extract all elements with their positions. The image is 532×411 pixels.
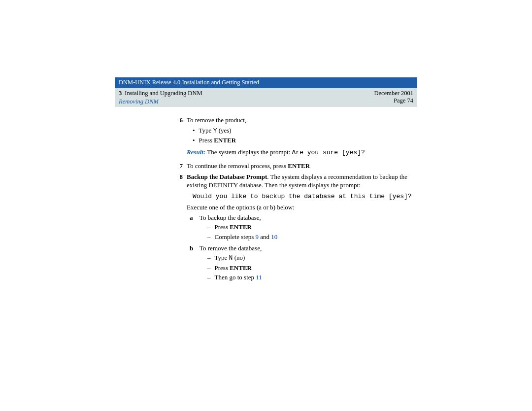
info-left: 3Installing and Upgrading DNM Removing D… [119,90,202,105]
bullet-item: Press ENTER [193,136,412,145]
code-block: Would you like to backup the database at… [193,192,412,201]
sub-label: b [190,244,197,283]
step-link-10[interactable]: 10 [271,233,277,240]
step-6: 6 To remove the product, Type Y (yes) Pr… [174,116,412,160]
chapter-number: 3 [119,90,122,97]
bullet-item: Type Y (yes) [193,126,412,136]
chapter-row: 3Installing and Upgrading DNM [119,90,202,97]
document-title-bar: DNM-UNIX Release 4.0 Installation and Ge… [115,77,417,88]
dash-item: Type N (no) [207,253,262,263]
doc-date: December 2001 [374,90,413,97]
info-bar: 3Installing and Upgrading DNM Removing D… [115,88,417,107]
chapter-title: Installing and Upgrading DNM [125,90,202,97]
step-body: To continue the removal process, press E… [187,162,412,171]
result-text: The system displays the prompt: [205,148,292,156]
dash-item: Press ENTER [207,264,262,273]
result-line: Result: The system displays the prompt: … [187,148,412,157]
dash-list: Press ENTER Complete steps 9 and 10 [207,223,277,241]
dash-list: Type N (no) Press ENTER Then go to step … [207,253,262,282]
sub-step-b: b To remove the database, Type N (no) Pr… [190,244,412,283]
step-number: 8 [174,172,183,284]
sub-a-text: To backup the database, [200,214,261,221]
step6-text: To remove the product, [187,116,246,124]
info-right: December 2001 Page 74 [374,90,413,104]
page-number: Page 74 [374,97,413,104]
result-label: Result: [187,148,205,156]
sub-b-text: To remove the database, [200,244,262,252]
document-page: DNM-UNIX Release 4.0 Installation and Ge… [115,77,417,286]
sub-body: To backup the database, Press ENTER Comp… [200,213,277,242]
sub-body: To remove the database, Type N (no) Pres… [200,244,262,283]
section-title: Removing DNM [119,98,202,105]
bullet-list: Type Y (yes) Press ENTER [193,126,412,145]
bullet-text: Press ENTER [199,136,236,145]
sub-label: a [190,213,197,242]
result-code: Are you sure [yes]? [292,149,365,156]
step-number: 6 [174,116,183,160]
document-title: DNM-UNIX Release 4.0 Installation and Ge… [119,79,259,86]
step-8: 8 Backup the Database Prompt. The system… [174,172,412,284]
dash-item: Complete steps 9 and 10 [207,233,277,241]
step-7: 7 To continue the removal process, press… [174,162,412,171]
sub-step-a: a To backup the database, Press ENTER Co… [190,213,412,242]
step-number: 7 [174,162,183,171]
step-link-11[interactable]: 11 [256,274,262,281]
step7-text: To continue the removal process, press [187,162,288,170]
dash-item: Then go to step 11 [207,273,262,282]
content-area: 6 To remove the product, Type Y (yes) Pr… [174,116,412,284]
step-body: To remove the product, Type Y (yes) Pres… [187,116,412,160]
step8-title: Backup the Database Prompt [187,173,267,180]
step-body: Backup the Database Prompt. The system d… [187,172,412,284]
exec-line: Execute one of the options (a or b) belo… [187,203,412,212]
dash-item: Press ENTER [207,223,277,232]
step8-line: Backup the Database Prompt. The system d… [187,173,407,189]
step7-bold: ENTER [288,162,310,170]
bullet-text: Type Y (yes) [199,126,232,136]
